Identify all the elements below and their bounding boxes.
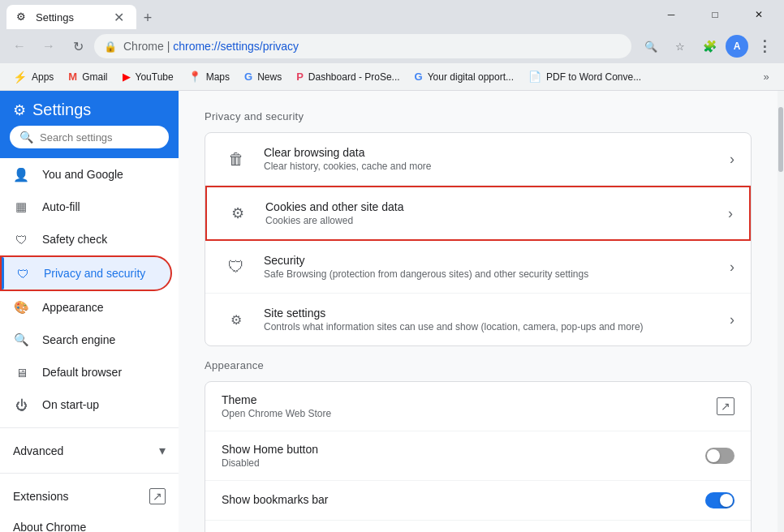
settings-title: Settings [32,101,91,119]
sidebar-label-appearance: Appearance [42,301,104,314]
sidebar-label-about-chrome: About Chrome [13,521,86,532]
address-bar-icons: 🔍 ☆ 🧩 A ⋮ [638,33,778,59]
theme-subtitle: Open Chrome Web Store [222,408,704,419]
advanced-row[interactable]: Advanced ▾ [0,435,179,466]
appearance-card: Theme Open Chrome Web Store ↗ Show Home … [205,381,752,532]
site-settings-subtitle: Controls what information sites can use … [264,321,717,332]
bookmarks-bar-toggle[interactable] [705,492,734,508]
settings-search-bar[interactable]: 🔍 [10,126,169,148]
forward-button[interactable]: → [36,33,62,59]
minimize-button[interactable]: ─ [653,2,690,27]
site-settings-text: Site settings Controls what information … [264,307,717,332]
appearance-section-title: Appearance [205,359,752,371]
scrollbar-thumb[interactable] [778,107,783,172]
search-engine-icon: 🔍 [13,332,29,348]
bookmark-gmail[interactable]: M Gmail [62,67,114,86]
sidebar-label-you-google: You and Google [42,168,123,181]
bookmarks-bar-text: Show bookmarks bar [222,493,692,508]
sidebar-item-safety-check[interactable]: 🛡 Safety check [0,223,179,255]
person-icon: 👤 [13,166,29,182]
home-button-toggle[interactable] [705,448,734,464]
close-button[interactable]: ✕ [740,2,778,27]
clear-browsing-text: Clear browsing data Clear history, cooki… [264,146,717,172]
window-controls: ─ □ ✕ [653,2,778,27]
sidebar-item-you-google[interactable]: 👤 You and Google [0,158,179,191]
settings-tab[interactable]: ⚙ Settings ✕ [6,5,136,29]
bookmark-apps-label: Apps [32,71,54,83]
trash-icon: 🗑 [222,144,251,174]
sidebar-item-on-startup[interactable]: ⏻ On start-up [0,388,179,421]
sidebar-item-privacy[interactable]: 🛡 Privacy and security [0,255,172,291]
tab-close-button[interactable]: ✕ [110,9,127,25]
autofill-icon: ▦ [13,199,29,215]
bookmark-pdf-label: PDF to Word Conve... [546,71,641,83]
news-icon: G [244,71,252,83]
sidebar-item-search-engine[interactable]: 🔍 Search engine [0,324,179,356]
bookmark-star-button[interactable]: ☆ [667,33,693,59]
search-input[interactable] [40,131,176,144]
sidebar-label-on-startup: On start-up [42,398,99,411]
refresh-button[interactable]: ↻ [65,33,91,59]
privacy-section-title: Privacy and security [205,110,752,122]
bookmark-dashboard[interactable]: P Dashboard - ProSe... [290,67,406,86]
maximize-button[interactable]: □ [696,2,734,27]
bookmark-maps-label: Maps [206,71,230,83]
sidebar-item-appearance[interactable]: 🎨 Appearance [0,291,179,324]
clear-browsing-item[interactable]: 🗑 Clear browsing data Clear history, coo… [205,133,751,186]
sidebar-item-autofill[interactable]: ▦ Auto-fill [0,191,179,223]
main-layout: ⚙ Settings 🔍 👤 You and Google ▦ Auto-fil… [0,91,784,532]
profile-avatar[interactable]: A [726,35,748,58]
security-item[interactable]: 🛡 Security Safe Browsing (protection fro… [205,241,751,294]
site-settings-item[interactable]: ⚙ Site settings Controls what informatio… [205,294,751,345]
content-area: Privacy and security 🗑 Clear browsing da… [179,91,778,532]
external-link-icon[interactable]: ↗ [717,397,734,415]
search-icon-btn[interactable]: 🔍 [638,33,664,59]
site-name: Chrome [123,40,164,53]
bookmark-maps[interactable]: 📍 Maps [182,67,236,86]
bookmarks-bar-item[interactable]: Show bookmarks bar [205,481,751,521]
site-settings-icon: ⚙ [222,305,251,334]
bookmark-news[interactable]: G News [238,67,288,86]
tab-title: Settings [36,11,104,24]
security-text: Security Safe Browsing (protection from … [264,254,717,280]
bookmarks-bar: ⚡ Apps M Gmail ▶ YouTube 📍 Maps G News P… [0,63,784,91]
url-bar[interactable]: 🔒 Chrome | chrome://settings/privacy [94,34,631,58]
bookmark-news-label: News [257,71,282,83]
extensions-row[interactable]: Extensions ↗ [0,480,179,513]
search-icon: 🔍 [19,131,33,144]
scrollbar-track[interactable] [778,91,784,532]
sidebar-item-default-browser[interactable]: 🖥 Default browser [0,356,179,388]
bookmark-digital-label: Your digital opport... [428,71,514,83]
bookmark-youtube[interactable]: ▶ YouTube [116,67,180,86]
google-icon: G [415,71,423,83]
sidebar-label-search-engine: Search engine [42,333,115,346]
toggle-knob [707,449,720,462]
cookies-item[interactable]: ⚙ Cookies and other site data Cookies ar… [205,186,751,241]
dashboard-icon: P [296,71,304,83]
clear-browsing-title: Clear browsing data [264,146,717,159]
new-tab-button[interactable]: + [136,6,159,29]
bookmark-digital[interactable]: G Your digital opport... [408,67,520,86]
security-icon: 🛡 [222,252,251,281]
tab-favicon: ⚙ [16,11,29,24]
theme-item[interactable]: Theme Open Chrome Web Store ↗ [205,382,751,431]
sidebar-item-about-chrome[interactable]: About Chrome [0,513,179,532]
privacy-card: 🗑 Clear browsing data Clear history, coo… [205,132,752,346]
bookmarks-more-button[interactable]: » [755,66,778,88]
sidebar-divider [0,427,179,428]
bookmark-pdf[interactable]: 📄 PDF to Word Conve... [522,67,648,86]
chrome-menu-button[interactable]: ⋮ [752,33,778,59]
extensions-button[interactable]: 🧩 [696,33,722,59]
apps-icon: ⚡ [13,71,27,84]
bookmarks-bar-title: Show bookmarks bar [222,493,692,506]
home-button-item[interactable]: Show Home button Disabled [205,431,751,481]
privacy-icon: 🛡 [15,265,31,281]
font-size-item[interactable]: Font size Medium (Recommended) ▾ [205,521,751,532]
bookmark-dashboard-label: Dashboard - ProSe... [308,71,400,83]
url-path: chrome://settings/privacy [173,40,299,53]
back-button[interactable]: ← [6,33,32,59]
settings-search-wrap: 🔍 [0,126,179,158]
settings-header-area: ⚙ Settings 🔍 [0,91,179,158]
clear-browsing-arrow: › [730,151,734,168]
bookmark-apps[interactable]: ⚡ Apps [6,67,60,87]
